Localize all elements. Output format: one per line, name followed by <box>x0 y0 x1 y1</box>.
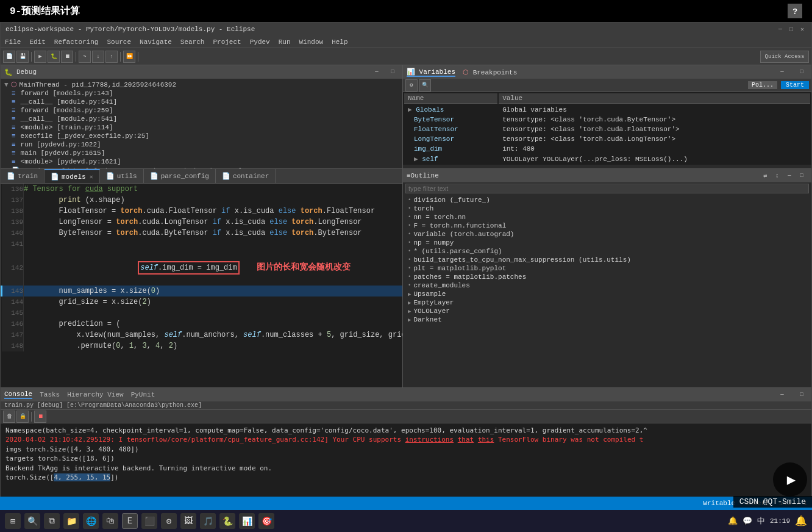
stack-frame-1[interactable]: ≡ __call__ [module.py:541] <box>1 98 402 106</box>
menu-navigate[interactable]: Navigate <box>138 38 174 46</box>
maximize-button[interactable]: □ <box>787 25 796 34</box>
stack-frame-5[interactable]: ≡ execfile [_pydev_execfile.py:25] <box>1 132 402 140</box>
outline-item-yololayer[interactable]: ▶ YOLOLayer <box>403 307 811 315</box>
stack-frame-8[interactable]: ≡ <module> [pydevd.py:1621] <box>1 157 402 166</box>
toolbar-btn-run[interactable]: ▶ <box>34 51 46 63</box>
outline-item-emptylayer[interactable]: ▶ EmptyLayer <box>403 298 811 307</box>
pol-button[interactable]: Pol... <box>748 81 777 89</box>
outline-minimize[interactable]: ─ <box>783 170 796 182</box>
toolbar-btn-step-into[interactable]: ↓ <box>92 51 104 63</box>
console-scroll-lock-btn[interactable]: 🔒 <box>16 411 29 423</box>
media-icon[interactable]: 🎵 <box>200 513 216 529</box>
debug-thread[interactable]: ▼ ⬡ MainThread - pid_17788,id_2025924646… <box>1 80 402 89</box>
outline-maximize[interactable]: □ <box>796 170 808 182</box>
outline-filter-input[interactable] <box>405 184 809 193</box>
outline-item-nn[interactable]: • nn = torch.nn <box>403 213 811 221</box>
app-icon-1[interactable]: 📊 <box>239 513 255 529</box>
terminal-icon[interactable]: ⬛ <box>141 513 157 529</box>
minimize-button[interactable]: ─ <box>776 25 785 34</box>
stack-frame-7[interactable]: ≡ main [pydevd.py:1615] <box>1 149 402 157</box>
toolbar-btn-stop[interactable]: ⏹ <box>61 51 73 63</box>
outline-item-patches[interactable]: • patches = matplotlib.patches <box>403 273 811 281</box>
toolbar-btn-save[interactable]: 💾 <box>16 51 29 63</box>
browser-icon[interactable]: 🌐 <box>83 513 99 529</box>
eclipse-icon[interactable]: E <box>122 513 138 529</box>
console-stop-btn[interactable]: ⏹ <box>34 411 46 423</box>
var-row-self[interactable]: ▶ self YOLOLayer YOLOLayer(...pre_loss: … <box>404 154 810 164</box>
outline-item-torch[interactable]: • torch <box>403 204 811 213</box>
menu-pydev[interactable]: Pydev <box>248 38 272 46</box>
outline-sync[interactable]: ⇄ <box>759 170 771 182</box>
menu-help[interactable]: Help <box>330 38 349 46</box>
toolbar-btn-step-over[interactable]: ↷ <box>79 51 91 63</box>
menu-run[interactable]: Run <box>277 38 293 46</box>
toolbar-btn-new[interactable]: 📄 <box>3 51 15 63</box>
outline-item-build-targets[interactable]: • build_targets_to_cpu_non_max_suppressi… <box>403 256 811 264</box>
code-editor[interactable]: 136 # Tensors for cuda support 137 print… <box>1 184 402 387</box>
outline-item-create-modules[interactable]: • create_modules <box>403 281 811 290</box>
stack-frame-0[interactable]: ≡ forward [models.py:143] <box>1 89 402 98</box>
close-button[interactable]: ✕ <box>798 25 807 34</box>
outline-item-plt[interactable]: • plt = matplotlib.pyplot <box>403 264 811 273</box>
tab-utils[interactable]: 📄 utils <box>100 169 144 183</box>
console-clear-btn[interactable]: 🗑 <box>3 411 15 423</box>
console-tab-tasks[interactable]: Tasks <box>40 391 60 398</box>
menu-window[interactable]: Window <box>297 38 326 46</box>
tab-parse-config[interactable]: 📄 parse_config <box>144 169 216 183</box>
console-minimize[interactable]: ─ <box>776 389 788 401</box>
menu-source[interactable]: Source <box>105 38 133 46</box>
vars-minimize[interactable]: ─ <box>776 66 788 78</box>
debug-maximize[interactable]: □ <box>386 66 399 78</box>
help-button[interactable]: ? <box>788 4 802 18</box>
stack-frame-4[interactable]: ≡ <module> [train.py:114] <box>1 123 402 132</box>
menu-project[interactable]: Project <box>211 38 243 46</box>
var-btn-1[interactable]: ⚙ <box>405 79 418 92</box>
debug-minimize[interactable]: ─ <box>371 66 383 78</box>
outline-item-division[interactable]: • division (_future_) <box>403 196 811 204</box>
start-menu-icon[interactable]: ⊞ <box>5 513 21 529</box>
var-row-longtensor[interactable]: LongTensor tensortype: <class 'torch.cud… <box>404 135 810 143</box>
vars-maximize[interactable]: □ <box>796 66 808 78</box>
outline-item-variable[interactable]: • Variable (torch.autograd) <box>403 230 811 239</box>
console-tab-console[interactable]: Console <box>4 390 32 399</box>
menu-refactoring[interactable]: Refactoring <box>52 38 101 46</box>
outline-sort[interactable]: ↕ <box>771 170 783 182</box>
file-explorer-icon[interactable]: 📁 <box>63 513 79 529</box>
start-button[interactable]: Start <box>781 81 809 89</box>
tab-train[interactable]: 📄 train <box>1 169 45 183</box>
taskbar-notification-btn[interactable]: 🔔 <box>795 515 807 527</box>
stack-frame-2[interactable]: ≡ forward [models.py:259] <box>1 106 402 115</box>
console-tab-hierarchy[interactable]: Hierarchy View <box>67 391 123 398</box>
var-btn-2[interactable]: 🔍 <box>419 79 431 92</box>
console-maximize[interactable]: □ <box>796 389 808 401</box>
var-row-floattensor[interactable]: FloatTensor tensortype: <class 'torch.cu… <box>404 125 810 134</box>
menu-file[interactable]: File <box>3 38 23 46</box>
tab-container[interactable]: 📄 container <box>216 169 276 183</box>
variables-tab[interactable]: 📊 Variables <box>407 68 455 77</box>
var-row-globals[interactable]: ▶ Globals Global variables <box>404 105 810 114</box>
tab-models[interactable]: 📄 models ✕ <box>45 169 100 183</box>
search-icon[interactable]: 🔍 <box>24 513 40 529</box>
task-view-icon[interactable]: ⧉ <box>44 513 60 529</box>
outline-item-np[interactable]: • np = numpy <box>403 239 811 247</box>
console-tab-pyunit[interactable]: PyUnit <box>131 391 155 398</box>
settings-icon[interactable]: ⚙ <box>161 513 177 529</box>
outline-item-utils-parse[interactable]: • * (utils.parse_config) <box>403 247 811 256</box>
toolbar-btn-resume[interactable]: ⏩ <box>123 51 135 63</box>
menu-edit[interactable]: Edit <box>27 38 47 46</box>
stack-frame-3[interactable]: ≡ __call__ [module.py:541] <box>1 115 402 123</box>
store-icon[interactable]: 🛍 <box>102 513 118 529</box>
breakpoints-tab[interactable]: ⬡ Breakpoints <box>463 68 517 76</box>
var-row-imgdim[interactable]: img_dim int: 480 <box>404 145 810 153</box>
toolbar-btn-debug[interactable]: 🐛 <box>48 51 60 63</box>
photos-icon[interactable]: 🖼 <box>180 513 196 529</box>
outline-item-f[interactable]: • F = torch.nn.functional <box>403 221 811 230</box>
video-play-button[interactable]: ▶ <box>773 462 807 497</box>
tab-models-close[interactable]: ✕ <box>90 173 93 181</box>
stack-frame-6[interactable]: ≡ run [pydevd.py:1022] <box>1 140 402 149</box>
menu-search[interactable]: Search <box>179 38 207 46</box>
console-output[interactable]: Namespace(batch_size=4, checkpoint_inter… <box>1 423 811 499</box>
var-row-bytetensor[interactable]: ByteTensor tensortype: <class 'torch.cud… <box>404 115 810 124</box>
app-icon-2[interactable]: 🎯 <box>258 513 274 529</box>
quick-access-btn[interactable]: Quick Access <box>760 51 809 63</box>
